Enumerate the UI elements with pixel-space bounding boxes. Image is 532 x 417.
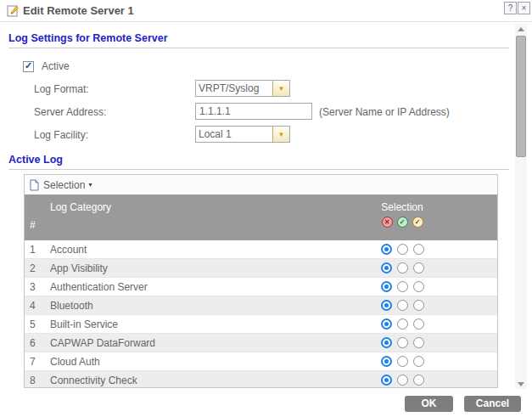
selection-radio-enable[interactable] bbox=[397, 262, 408, 273]
selection-radio-group bbox=[351, 318, 453, 330]
selection-radio-disable[interactable] bbox=[381, 262, 392, 273]
caret-down-icon[interactable]: ▾ bbox=[88, 181, 92, 189]
table-row: 5 Built-in Service bbox=[25, 315, 497, 334]
log-category-label: Bluetooth bbox=[50, 300, 351, 312]
selection-radio-group bbox=[351, 281, 453, 292]
selection-radio-enable[interactable] bbox=[397, 300, 408, 311]
server-address-label: Server Address: bbox=[34, 106, 106, 118]
selection-radio-alert[interactable] bbox=[413, 262, 424, 273]
log-facility-value: Local 1 bbox=[196, 127, 272, 142]
chevron-down-icon[interactable]: ▾ bbox=[272, 81, 289, 96]
selection-radio-enable[interactable] bbox=[397, 337, 408, 348]
table-row: 8 Connectivity Check bbox=[25, 371, 497, 388]
row-number: 5 bbox=[25, 318, 50, 330]
edit-remote-server-dialog: Edit Remote Server 1 ? × Log Settings fo… bbox=[0, 0, 532, 417]
active-label: Active bbox=[42, 60, 70, 72]
chevron-down-icon[interactable]: ▾ bbox=[272, 127, 289, 142]
selection-radio-group bbox=[351, 375, 453, 386]
scroll-up-icon[interactable] bbox=[515, 24, 527, 34]
selection-radio-disable[interactable] bbox=[381, 318, 392, 330]
yellow-check-alert-icon[interactable]: ✓ bbox=[412, 217, 423, 228]
ok-button[interactable]: OK bbox=[405, 396, 453, 412]
server-address-hint: (Server Name or IP Address) bbox=[319, 106, 450, 118]
selection-radio-group bbox=[351, 337, 453, 348]
log-format-value: VRPT/Syslog bbox=[196, 81, 272, 96]
log-category-label: Connectivity Check bbox=[50, 375, 351, 386]
active-log-table-panel: Selection ▾ Log Category # Selection ✕ ✓… bbox=[24, 174, 498, 388]
selection-radio-alert[interactable] bbox=[413, 318, 424, 330]
dialog-titlebar: Edit Remote Server 1 ? × bbox=[0, 0, 532, 22]
selection-radio-enable[interactable] bbox=[397, 281, 408, 292]
checkmark-icon: ✓ bbox=[25, 60, 32, 71]
scrollbar-thumb[interactable] bbox=[516, 36, 526, 157]
table-row: 7 Cloud Auth bbox=[25, 352, 497, 371]
table-row: 6 CAPWAP DataForward bbox=[25, 334, 497, 352]
green-check-enable-icon[interactable]: ✓ bbox=[397, 217, 408, 228]
table-toolbar: Selection ▾ bbox=[25, 175, 497, 194]
selection-radio-enable[interactable] bbox=[397, 244, 408, 255]
red-cross-disable-icon[interactable]: ✕ bbox=[382, 217, 393, 228]
selection-radio-group bbox=[351, 262, 453, 273]
selection-radio-disable[interactable] bbox=[381, 375, 392, 386]
log-category-label: Cloud Auth bbox=[50, 356, 351, 368]
active-checkbox-row: ✓ Active bbox=[23, 60, 70, 72]
selection-menu-button[interactable]: Selection bbox=[43, 179, 85, 191]
log-category-label: CAPWAP DataForward bbox=[50, 337, 351, 349]
table-header: Log Category # Selection ✕ ✓ ✓ bbox=[25, 194, 497, 240]
log-category-label: Built-in Service bbox=[50, 318, 351, 330]
selection-radio-alert[interactable] bbox=[413, 300, 424, 311]
row-number: 1 bbox=[25, 244, 50, 256]
table-row: 1 Account bbox=[25, 240, 497, 259]
log-format-label: Log Format: bbox=[34, 83, 89, 95]
selection-radio-enable[interactable] bbox=[397, 375, 408, 386]
selection-radio-group bbox=[351, 244, 453, 255]
selection-radio-alert[interactable] bbox=[413, 375, 424, 386]
selection-radio-enable[interactable] bbox=[397, 318, 408, 330]
edit-pencil-icon bbox=[7, 4, 20, 17]
row-number: 4 bbox=[25, 300, 50, 312]
selection-radio-disable[interactable] bbox=[381, 281, 392, 292]
cancel-button[interactable]: Cancel bbox=[464, 396, 521, 412]
column-header-number: # bbox=[30, 219, 36, 231]
selection-radio-group bbox=[351, 300, 453, 311]
selection-header-icons: ✕ ✓ ✓ bbox=[351, 217, 453, 228]
divider bbox=[8, 48, 509, 48]
log-settings-heading: Log Settings for Remote Server bbox=[8, 32, 168, 44]
selection-radio-disable[interactable] bbox=[381, 337, 392, 348]
scroll-down-icon[interactable] bbox=[515, 379, 527, 389]
server-address-input[interactable] bbox=[195, 103, 312, 120]
log-category-label: Authentication Server bbox=[50, 281, 351, 293]
selection-radio-group bbox=[351, 356, 453, 367]
table-row: 4 Bluetooth bbox=[25, 296, 497, 315]
active-checkbox[interactable]: ✓ bbox=[23, 61, 34, 72]
divider bbox=[8, 169, 509, 170]
vertical-scrollbar[interactable] bbox=[515, 24, 527, 389]
column-header-category: Log Category bbox=[50, 201, 111, 213]
log-category-label: App Visibility bbox=[50, 262, 351, 274]
table-row: 3 Authentication Server bbox=[25, 278, 497, 296]
table-row: 2 App Visibility bbox=[25, 259, 497, 278]
log-category-label: Account bbox=[50, 244, 351, 256]
selection-radio-alert[interactable] bbox=[413, 244, 424, 255]
row-number: 3 bbox=[25, 281, 50, 293]
column-header-selection: Selection bbox=[351, 201, 453, 213]
selection-radio-enable[interactable] bbox=[397, 356, 408, 367]
close-icon[interactable]: × bbox=[518, 2, 530, 14]
document-icon bbox=[30, 179, 39, 191]
log-facility-select[interactable]: Local 1 ▾ bbox=[195, 126, 290, 143]
active-log-heading: Active Log bbox=[8, 154, 63, 166]
dialog-title: Edit Remote Server 1 bbox=[23, 4, 134, 17]
log-format-select[interactable]: VRPT/Syslog ▾ bbox=[195, 80, 290, 97]
log-facility-label: Log Facility: bbox=[34, 129, 88, 141]
selection-radio-disable[interactable] bbox=[381, 244, 392, 255]
selection-radio-alert[interactable] bbox=[413, 337, 424, 348]
log-category-rows: 1 Account 2 App Visibility 3 Authenticat… bbox=[25, 240, 497, 388]
help-button[interactable]: ? bbox=[504, 2, 517, 14]
row-number: 2 bbox=[25, 262, 50, 274]
selection-radio-disable[interactable] bbox=[381, 356, 392, 367]
row-number: 6 bbox=[25, 337, 50, 349]
selection-radio-disable[interactable] bbox=[381, 300, 392, 311]
selection-radio-alert[interactable] bbox=[413, 356, 424, 367]
row-number: 7 bbox=[25, 356, 50, 368]
selection-radio-alert[interactable] bbox=[413, 281, 424, 292]
